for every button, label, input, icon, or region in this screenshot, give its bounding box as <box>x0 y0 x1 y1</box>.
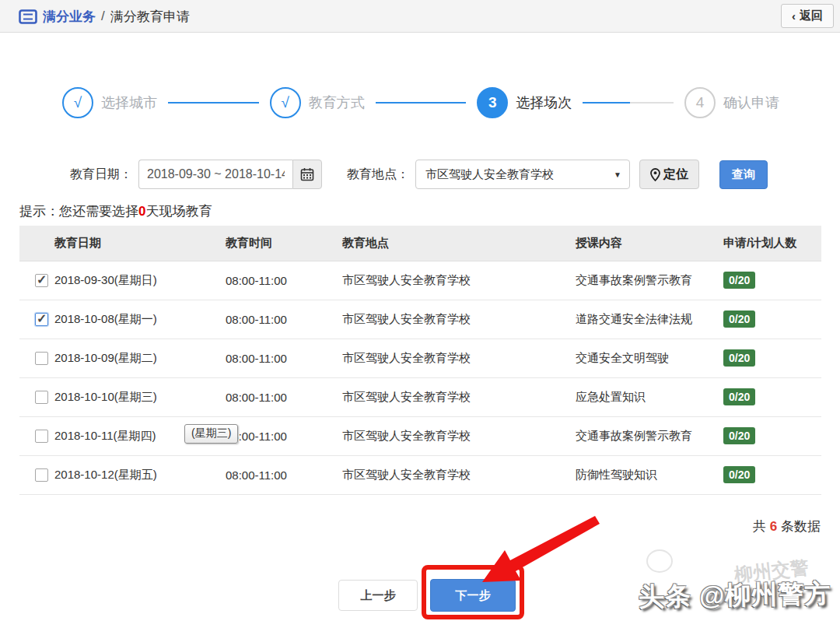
quota-badge: 0/20 <box>723 272 755 289</box>
cell-content: 交通事故案例警示教育 <box>576 261 723 300</box>
next-step-button[interactable]: 下一步 <box>430 579 516 612</box>
row-checkbox[interactable] <box>35 352 48 365</box>
watermark-logo <box>646 549 673 573</box>
step-connector <box>168 102 259 104</box>
back-label: 返回 <box>800 9 823 23</box>
column-header-checkbox <box>19 226 54 261</box>
map-pin-icon <box>650 168 660 181</box>
list-card-icon <box>19 9 37 24</box>
search-button[interactable]: 查询 <box>719 160 768 189</box>
table-row: 2018-10-11(星期四) 08:00-11:00 市区驾驶人安全教育学校 … <box>19 416 821 455</box>
cell-location: 市区驾驶人安全教育学校 <box>342 300 576 339</box>
step-4-label: 确认申请 <box>723 93 779 112</box>
cell-date: 2018-10-10(星期三) <box>54 377 226 416</box>
breadcrumb-root[interactable]: 满分业务 <box>43 8 96 26</box>
back-button[interactable]: ‹ 返回 <box>781 4 834 28</box>
stepper: √ 选择城市 √ 教育方式 3 选择场次 4 确认申请 <box>62 87 779 118</box>
page: 满分业务 / 满分教育申请 ‹ 返回 √ 选择城市 √ 教育方式 3 选择场次 … <box>0 0 840 621</box>
step-1-label: 选择城市 <box>101 93 157 112</box>
location-filter-label: 教育地点： <box>347 167 409 183</box>
step-1-circle: √ <box>62 87 93 118</box>
weekday-tooltip: (星期三) <box>184 424 238 444</box>
previous-step-button[interactable]: 上一步 <box>338 580 418 611</box>
column-header-quota: 申请/计划人数 <box>723 226 821 261</box>
table-row: 2018-10-09(星期二) 08:00-11:00 市区驾驶人安全教育学校 … <box>19 339 821 377</box>
sessions-table: 教育日期 教育时间 教育地点 授课内容 申请/计划人数 2018-09-30(星… <box>19 226 821 495</box>
chevron-left-icon: ‹ <box>792 9 796 23</box>
row-checkbox[interactable] <box>35 313 48 326</box>
date-range-input[interactable] <box>138 160 292 189</box>
table-row: 2018-10-08(星期一) 08:00-11:00 市区驾驶人安全教育学校 … <box>19 300 821 339</box>
quota-badge: 0/20 <box>723 427 755 444</box>
total-number: 6 <box>770 519 777 534</box>
table-row: 2018-09-30(星期日) 08:00-11:00 市区驾驶人安全教育学校 … <box>19 261 821 300</box>
cell-location: 市区驾驶人安全教育学校 <box>342 455 576 494</box>
hint-prefix: 提示：您还需要选择 <box>19 204 138 219</box>
step-2-label: 教育方式 <box>309 93 365 112</box>
cell-time: 08:00-11:00 <box>226 300 342 339</box>
cell-date: 2018-09-30(星期日) <box>54 261 226 300</box>
calendar-icon[interactable] <box>292 160 322 189</box>
cell-location: 市区驾驶人安全教育学校 <box>342 261 576 300</box>
cell-content: 交通事故案例警示教育 <box>576 416 723 455</box>
row-checkbox[interactable] <box>35 468 48 482</box>
quota-badge: 0/20 <box>723 388 755 405</box>
date-range-group <box>138 160 322 189</box>
cell-date: 2018-10-08(星期一) <box>54 300 226 339</box>
step-select-session: 3 选择场次 <box>477 87 572 118</box>
cell-content: 道路交通安全法律法规 <box>576 300 723 339</box>
total-suffix: 条数据 <box>777 519 821 534</box>
table-row: 2018-10-10(星期三) 08:00-11:00 市区驾驶人安全教育学校 … <box>19 377 821 416</box>
step-education-mode: √ 教育方式 <box>270 87 365 118</box>
column-header-location: 教育地点 <box>342 226 576 261</box>
step-connector <box>376 102 467 104</box>
total-prefix: 共 <box>753 519 770 534</box>
watermark-text: 头条 @柳州警方 <box>638 577 831 615</box>
cell-date: 2018-10-09(星期二) <box>54 339 226 377</box>
column-header-time: 教育时间 <box>226 226 342 261</box>
quota-badge: 0/20 <box>723 349 755 367</box>
cell-time: 08:00-11:00 <box>226 339 342 377</box>
quota-badge: 0/20 <box>723 310 755 328</box>
hint-text: 提示：您还需要选择0天现场教育 <box>19 202 212 220</box>
step-connector <box>583 102 674 104</box>
locate-button[interactable]: 定位 <box>639 160 699 189</box>
location-select-value: 市区驾驶人安全教育学校 <box>425 167 554 182</box>
step-select-city: √ 选择城市 <box>62 87 157 118</box>
filter-bar: 教育日期： 教育地点： 市区驾驶人安全教育学校 ▼ <box>70 160 768 189</box>
quota-badge: 0/20 <box>723 466 755 483</box>
cell-location: 市区驾驶人安全教育学校 <box>342 416 576 455</box>
location-select[interactable]: 市区驾驶人安全教育学校 ▼ <box>415 160 630 189</box>
hint-suffix: 天现场教育 <box>145 204 212 219</box>
cell-time: 08:00-11:00 <box>226 416 342 455</box>
cell-content: 防御性驾驶知识 <box>576 455 723 494</box>
cell-time: 08:00-11:00 <box>226 377 342 416</box>
total-count: 共 6 条数据 <box>753 518 821 535</box>
row-checkbox[interactable] <box>35 430 48 443</box>
locate-label: 定位 <box>663 167 688 183</box>
step-2-circle: √ <box>270 87 301 118</box>
step-confirm-application: 4 确认申请 <box>684 87 779 118</box>
cell-location: 市区驾驶人安全教育学校 <box>342 377 576 416</box>
top-bar: 满分业务 / 满分教育申请 ‹ 返回 <box>0 0 840 33</box>
row-checkbox[interactable] <box>35 274 48 287</box>
cell-time: 08:00-11:00 <box>226 261 342 300</box>
cell-location: 市区驾驶人安全教育学校 <box>342 339 576 377</box>
breadcrumb: 满分业务 / 满分教育申请 <box>19 0 190 33</box>
table-row: 2018-10-12(星期五) 08:00-11:00 市区驾驶人安全教育学校 … <box>19 455 821 494</box>
cell-time: 08:00-11:00 <box>226 455 342 494</box>
step-3-circle: 3 <box>477 87 508 118</box>
step-4-circle: 4 <box>684 87 716 118</box>
column-header-content: 授课内容 <box>576 226 723 261</box>
row-checkbox[interactable] <box>35 391 48 404</box>
table-header-row: 教育日期 教育时间 教育地点 授课内容 申请/计划人数 <box>19 226 821 261</box>
cell-date: 2018-10-12(星期五) <box>54 455 226 494</box>
caret-down-icon: ▼ <box>614 170 621 179</box>
cell-content: 应急处置知识 <box>576 377 723 416</box>
breadcrumb-separator: / <box>101 9 105 24</box>
column-header-date: 教育日期 <box>54 226 226 261</box>
step-3-label: 选择场次 <box>516 93 572 112</box>
cell-content: 交通安全文明驾驶 <box>576 339 723 377</box>
breadcrumb-current: 满分教育申请 <box>110 8 190 26</box>
date-filter-label: 教育日期： <box>70 167 132 183</box>
